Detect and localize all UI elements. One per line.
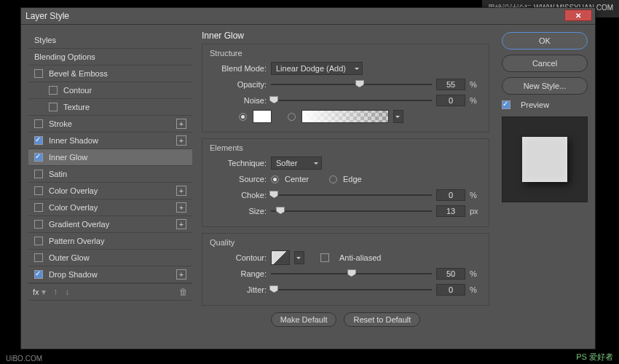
contour-picker[interactable] bbox=[271, 250, 290, 265]
add-effect-icon[interactable]: + bbox=[176, 186, 186, 196]
size-label: Size: bbox=[210, 207, 267, 215]
sidebar-item-pattern-overlay[interactable]: Pattern Overlay bbox=[28, 233, 192, 250]
jitter-slider[interactable] bbox=[271, 285, 432, 295]
effect-checkbox[interactable] bbox=[34, 220, 43, 229]
effect-checkbox[interactable] bbox=[34, 153, 43, 162]
reset-default-button[interactable]: Reset to Default bbox=[344, 312, 420, 327]
noise-label: Noise: bbox=[210, 96, 267, 105]
effects-sidebar: Styles Blending Options Bevel & EmbossCo… bbox=[28, 32, 192, 301]
effect-label: Texture bbox=[63, 103, 90, 111]
effect-checkbox[interactable] bbox=[34, 119, 43, 128]
sidebar-item-inner-shadow[interactable]: Inner Shadow+ bbox=[28, 132, 192, 149]
settings-panel: Inner Glow Structure Blend Mode: Linear … bbox=[202, 31, 489, 341]
effect-checkbox[interactable] bbox=[34, 237, 43, 245]
elements-group: Elements Technique: Softer Source: Cente… bbox=[202, 138, 489, 227]
fx-label: fx bbox=[33, 288, 39, 296]
sidebar-item-stroke[interactable]: Stroke+ bbox=[28, 116, 192, 132]
add-effect-icon[interactable]: + bbox=[176, 119, 186, 129]
blend-mode-select[interactable]: Linear Dodge (Add) bbox=[271, 62, 363, 75]
contour-dropdown-icon[interactable] bbox=[294, 251, 304, 264]
sidebar-item-bevel-emboss[interactable]: Bevel & Emboss bbox=[28, 66, 192, 82]
range-input[interactable]: 50 bbox=[436, 268, 465, 280]
jitter-label: Jitter: bbox=[210, 285, 267, 294]
cancel-button[interactable]: Cancel bbox=[502, 55, 588, 72]
technique-select[interactable]: Softer bbox=[271, 157, 322, 170]
glow-color-radio[interactable] bbox=[239, 113, 247, 121]
anti-aliased-label: Anti-aliased bbox=[339, 253, 381, 262]
sidebar-item-contour[interactable]: Contour bbox=[28, 82, 192, 99]
move-down-icon[interactable]: ↓ bbox=[65, 287, 69, 297]
sidebar-item-gradient-overlay[interactable]: Gradient Overlay+ bbox=[28, 216, 192, 233]
sidebar-item-satin[interactable]: Satin bbox=[28, 166, 192, 183]
watermark-bottom-left: UiBO.COM bbox=[6, 355, 42, 363]
effect-label: Stroke bbox=[49, 119, 72, 128]
sidebar-item-texture[interactable]: Texture bbox=[28, 99, 192, 116]
px-unit: px bbox=[470, 207, 481, 215]
sidebar-item-color-overlay[interactable]: Color Overlay+ bbox=[28, 199, 192, 216]
close-button[interactable]: ✕ bbox=[564, 9, 592, 21]
add-effect-icon[interactable]: + bbox=[176, 202, 186, 213]
gradient-dropdown-icon[interactable] bbox=[393, 110, 403, 123]
sidebar-blending-options[interactable]: Blending Options bbox=[28, 49, 192, 66]
effect-checkbox[interactable] bbox=[49, 86, 58, 95]
noise-input[interactable]: 0 bbox=[436, 95, 465, 106]
effect-label: Color Overlay bbox=[49, 203, 98, 212]
fx-menu-icon[interactable]: fx ▾ bbox=[33, 287, 46, 297]
jitter-input[interactable]: 0 bbox=[436, 284, 465, 296]
effect-checkbox[interactable] bbox=[34, 170, 43, 178]
sidebar-item-drop-shadow[interactable]: Drop Shadow+ bbox=[28, 266, 192, 283]
source-center-radio[interactable] bbox=[271, 175, 279, 183]
glow-color-swatch[interactable] bbox=[253, 110, 272, 123]
sidebar-item-color-overlay[interactable]: Color Overlay+ bbox=[28, 183, 192, 199]
size-input[interactable]: 13 bbox=[436, 205, 465, 217]
blend-mode-label: Blend Mode: bbox=[210, 64, 267, 73]
effect-checkbox[interactable] bbox=[34, 186, 43, 195]
effect-label: Color Overlay bbox=[49, 186, 98, 195]
right-panel: OK Cancel New Style... Preview bbox=[502, 32, 588, 202]
effect-label: Bevel & Emboss bbox=[49, 69, 108, 78]
quality-group: Quality Contour: Anti-aliased Range: 50 … bbox=[202, 233, 489, 306]
trash-icon[interactable]: 🗑 bbox=[179, 287, 188, 297]
effect-checkbox[interactable] bbox=[34, 270, 43, 279]
add-effect-icon[interactable]: + bbox=[176, 135, 186, 146]
anti-aliased-checkbox[interactable] bbox=[320, 253, 329, 262]
opacity-input[interactable]: 55 bbox=[436, 79, 465, 90]
noise-slider[interactable] bbox=[271, 95, 432, 106]
move-up-icon[interactable]: ↑ bbox=[53, 287, 58, 297]
choke-input[interactable]: 0 bbox=[436, 189, 465, 201]
add-effect-icon[interactable]: + bbox=[176, 269, 186, 280]
technique-label: Technique: bbox=[210, 159, 267, 167]
add-effect-icon[interactable]: + bbox=[176, 219, 186, 229]
new-style-button[interactable]: New Style... bbox=[502, 77, 588, 95]
effect-label: Inner Glow bbox=[49, 153, 87, 162]
sidebar-item-outer-glow[interactable]: Outer Glow bbox=[28, 250, 192, 266]
effect-checkbox[interactable] bbox=[34, 136, 43, 145]
effect-label: Outer Glow bbox=[49, 253, 90, 262]
effect-checkbox[interactable] bbox=[49, 103, 58, 111]
ok-button[interactable]: OK bbox=[502, 32, 588, 50]
opacity-slider[interactable] bbox=[271, 79, 432, 90]
edge-label: Edge bbox=[343, 175, 362, 183]
effect-checkbox[interactable] bbox=[34, 69, 43, 78]
size-slider[interactable] bbox=[271, 206, 432, 216]
reset-default-label: Reset to Default bbox=[353, 315, 411, 324]
glow-gradient-radio[interactable] bbox=[288, 113, 296, 121]
glow-gradient-picker[interactable] bbox=[301, 110, 389, 123]
structure-group: Structure Blend Mode: Linear Dodge (Add)… bbox=[202, 44, 489, 132]
make-default-button[interactable]: Make Default bbox=[271, 312, 337, 327]
range-slider[interactable] bbox=[271, 269, 432, 279]
center-label: Center bbox=[285, 175, 309, 183]
effect-checkbox[interactable] bbox=[34, 253, 43, 262]
source-edge-radio[interactable] bbox=[329, 175, 337, 183]
titlebar[interactable]: Layer Style ✕ bbox=[21, 8, 595, 25]
preview-toggle[interactable]: Preview bbox=[502, 100, 588, 109]
sidebar-item-inner-glow[interactable]: Inner Glow bbox=[28, 149, 192, 166]
effect-checkbox[interactable] bbox=[34, 203, 43, 212]
choke-slider[interactable] bbox=[271, 190, 432, 200]
sidebar-styles[interactable]: Styles bbox=[28, 32, 192, 49]
sidebar-footer: fx ▾ ↑ ↓ 🗑 bbox=[28, 283, 192, 301]
dialog-title: Layer Style bbox=[25, 11, 69, 21]
preview-checkbox[interactable] bbox=[502, 100, 510, 109]
preview-label: Preview bbox=[521, 100, 549, 109]
cancel-label: Cancel bbox=[532, 59, 557, 68]
